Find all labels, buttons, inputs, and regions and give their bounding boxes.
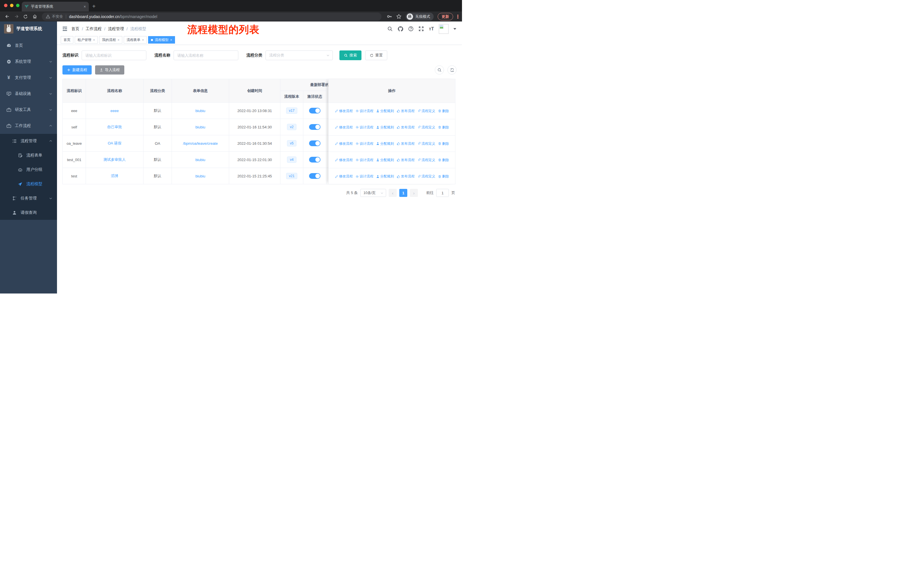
key-icon[interactable]	[387, 14, 392, 19]
sidebar-item-task-mgmt[interactable]: 任务管理	[0, 191, 57, 205]
new-tab-button[interactable]: +	[92, 3, 96, 10]
action-assign-link[interactable]: 分配规则	[376, 158, 394, 162]
action-assign-link[interactable]: 分配规则	[376, 174, 394, 179]
tab-close-icon[interactable]: ×	[84, 4, 86, 9]
browser-tab[interactable]: 芋道管理系统 ×	[22, 2, 89, 12]
github-icon[interactable]	[398, 26, 403, 32]
import-process-button[interactable]: 导入流程	[95, 65, 124, 74]
sidebar-item-system[interactable]: 系统管理	[0, 54, 57, 69]
action-design-link[interactable]: 设计流程	[355, 125, 373, 130]
search-icon[interactable]	[387, 26, 393, 31]
reload-icon[interactable]	[22, 13, 29, 20]
address-bar[interactable]: 不安全 dashboard.yudao.iocoder.cn/bpm/manag…	[42, 13, 381, 21]
action-publish-link[interactable]: 发布流程	[397, 158, 415, 162]
app-logo[interactable]: 芋道管理系统	[0, 21, 57, 36]
create-process-button[interactable]: 新建流程	[63, 65, 92, 74]
close-icon[interactable]: ×	[170, 38, 172, 41]
toggle-search-button[interactable]	[435, 65, 444, 74]
page-size-select[interactable]: 10条/页	[360, 189, 386, 197]
back-icon[interactable]	[3, 13, 11, 20]
sidebar-item-process-model[interactable]: 流程模型	[0, 177, 57, 191]
action-definition-link[interactable]: 流程定义	[417, 109, 436, 114]
close-icon[interactable]: ×	[117, 38, 119, 41]
tag-my-process[interactable]: 我的流程×	[99, 36, 122, 43]
action-edit-link[interactable]: 修改流程	[335, 125, 353, 130]
action-design-link[interactable]: 设计流程	[355, 109, 373, 114]
category-select[interactable]: 流程分类	[266, 50, 333, 60]
tag-home[interactable]: 首页	[61, 36, 73, 43]
prev-page-button[interactable]: ‹	[389, 189, 397, 197]
action-definition-link[interactable]: 流程定义	[417, 141, 436, 146]
process-name-link[interactable]: 自己审批	[107, 125, 122, 129]
tag-process-model[interactable]: 流程模型×	[148, 36, 175, 43]
form-info-link[interactable]: biubiu	[195, 125, 205, 129]
sidebar-item-workflow[interactable]: 工作流程	[0, 118, 57, 134]
active-toggle[interactable]	[309, 173, 320, 179]
active-toggle[interactable]	[309, 108, 320, 114]
process-name-input[interactable]	[173, 50, 238, 60]
form-info-link[interactable]: biubiu	[195, 174, 205, 178]
tag-tenant[interactable]: 租户管理×	[75, 36, 98, 43]
minimize-window-button[interactable]	[10, 4, 13, 7]
home-icon[interactable]	[31, 13, 38, 20]
active-toggle[interactable]	[309, 157, 320, 162]
sidebar-item-devtools[interactable]: 研发工具	[0, 102, 57, 118]
refresh-table-button[interactable]	[447, 65, 457, 74]
avatar-caret-icon[interactable]	[454, 28, 456, 30]
action-delete-link[interactable]: 删除	[438, 174, 449, 179]
process-name-link[interactable]: eeee	[111, 109, 119, 113]
sidebar-item-payment[interactable]: ¥ 支付管理	[0, 69, 57, 86]
goto-page-input[interactable]	[436, 189, 449, 197]
sidebar-item-process-form[interactable]: 流程表单	[0, 148, 57, 162]
active-toggle[interactable]	[309, 124, 320, 130]
close-icon[interactable]: ×	[142, 38, 144, 41]
fullscreen-icon[interactable]	[419, 26, 424, 31]
next-page-button[interactable]: ›	[410, 189, 418, 197]
search-button[interactable]: 搜索	[340, 50, 361, 60]
bookmark-star-icon[interactable]	[396, 14, 402, 19]
action-edit-link[interactable]: 修改流程	[335, 158, 353, 162]
form-info-link[interactable]: biubiu	[195, 109, 205, 113]
action-design-link[interactable]: 设计流程	[355, 158, 373, 162]
action-definition-link[interactable]: 流程定义	[417, 125, 436, 130]
action-edit-link[interactable]: 修改流程	[335, 174, 353, 179]
tag-process-form[interactable]: 流程表单×	[124, 36, 147, 43]
action-delete-link[interactable]: 删除	[438, 125, 449, 130]
action-delete-link[interactable]: 删除	[438, 141, 449, 146]
action-definition-link[interactable]: 流程定义	[417, 174, 436, 179]
breadcrumb-process-mgmt[interactable]: 流程管理	[108, 26, 124, 31]
sidebar-item-leave-query[interactable]: 请假查询	[0, 205, 57, 220]
action-publish-link[interactable]: 发布流程	[397, 174, 415, 179]
action-definition-link[interactable]: 流程定义	[417, 158, 436, 162]
sidebar-item-infra[interactable]: 基础设施	[0, 86, 57, 102]
close-window-button[interactable]	[4, 4, 7, 7]
close-icon[interactable]: ×	[93, 38, 95, 41]
help-icon[interactable]	[408, 26, 414, 31]
font-size-icon[interactable]: тT	[429, 26, 434, 31]
action-publish-link[interactable]: 发布流程	[397, 125, 415, 130]
sidebar-item-process-mgmt[interactable]: 流程管理	[0, 134, 57, 148]
action-assign-link[interactable]: 分配规则	[376, 109, 394, 114]
sidebar-item-home[interactable]: 首页	[0, 38, 57, 54]
process-key-input[interactable]	[82, 50, 146, 60]
action-assign-link[interactable]: 分配规则	[376, 141, 394, 146]
action-publish-link[interactable]: 发布流程	[397, 109, 415, 114]
forward-icon[interactable]	[13, 13, 20, 20]
collapse-sidebar-icon[interactable]	[60, 25, 69, 33]
process-name-link[interactable]: OA 请假	[108, 141, 121, 146]
avatar[interactable]	[439, 24, 449, 34]
action-delete-link[interactable]: 删除	[438, 109, 449, 114]
active-toggle[interactable]	[309, 141, 320, 146]
breadcrumb-home[interactable]: 首页	[71, 26, 79, 31]
process-name-link[interactable]: 测试多审批人	[103, 157, 126, 162]
security-status[interactable]: 不安全	[46, 14, 63, 19]
current-page-button[interactable]: 1	[399, 189, 407, 197]
maximize-window-button[interactable]	[16, 4, 20, 7]
chrome-update-button[interactable]: 更新	[438, 13, 453, 20]
action-design-link[interactable]: 设计流程	[355, 141, 373, 146]
reset-button[interactable]: 重置	[365, 50, 387, 60]
action-edit-link[interactable]: 修改流程	[335, 141, 353, 146]
action-assign-link[interactable]: 分配规则	[376, 125, 394, 130]
sidebar-item-user-group[interactable]: 用户分组	[0, 162, 57, 177]
action-edit-link[interactable]: 修改流程	[335, 109, 353, 114]
